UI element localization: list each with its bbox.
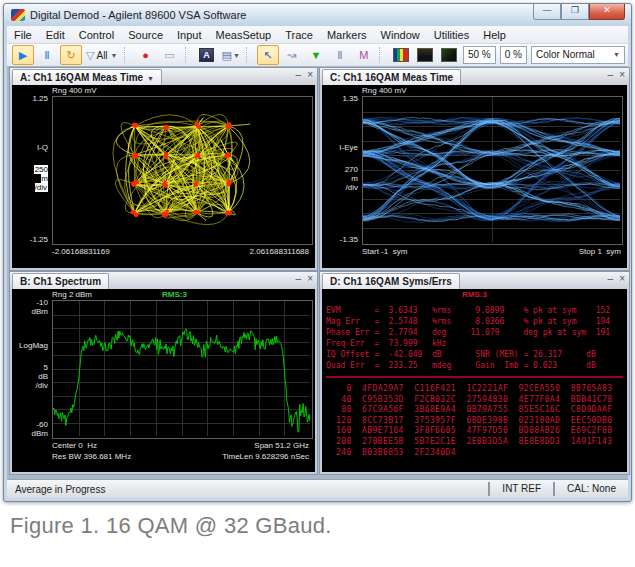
panel-c-content: Rng 400 mV 1.35 I-Eye 270 m /div -1.35 S… — [322, 85, 627, 268]
menu-item-control[interactable]: Control — [72, 28, 121, 42]
hex-row: 80 67C9A56F 3B68E9A4 0B79A755 85E5C16C C… — [336, 405, 625, 416]
symbol-hex-table: 0 4FDA29A7 C116F421 1C2221AF 92CEA550 8B… — [326, 384, 625, 458]
menu-item-window[interactable]: Window — [374, 28, 427, 42]
band-marker-icon[interactable]: Ⅱ — [329, 45, 351, 65]
panel-b-scale-label[interactable]: 5 dB /div — [12, 363, 48, 391]
restart-icon[interactable]: ↻ — [60, 45, 82, 65]
menu-item-help[interactable]: Help — [476, 28, 513, 42]
error-row: Freq Err = 73.999 kHz — [326, 338, 625, 349]
hex-row: 0 4FDA29A7 C116F421 1C2221AF 92CEA550 8B… — [336, 384, 625, 395]
panel-b-close-icon[interactable]: × — [307, 273, 313, 284]
pointer-icon[interactable]: ↖ — [257, 45, 279, 65]
panel-a-scale-label[interactable]: 250 m /div — [12, 165, 48, 193]
toolbar-separator — [379, 47, 386, 63]
status-cal-none: CAL: None — [553, 482, 628, 496]
status-bar: Average in Progress INT REFCAL: None — [7, 479, 628, 498]
offset-marker-icon[interactable]: ↝ — [281, 45, 303, 65]
panel-a-minimize-icon[interactable]: – — [296, 69, 302, 80]
status-message: Average in Progress — [7, 484, 488, 495]
menu-item-edit[interactable]: Edit — [39, 28, 72, 42]
average-percent-field[interactable]: 50 % — [463, 46, 496, 64]
panel-c-tab[interactable]: C: Ch1 16QAM Meas Time — [322, 69, 461, 85]
error-row: Quad Err = 233.25 mdeg Gain Imb = 0.023 … — [326, 360, 625, 371]
toolbar-separator — [246, 47, 253, 63]
panel-c-ymin: -1.35 — [322, 235, 358, 244]
panel-b-ymax: -10 dBm — [12, 298, 48, 316]
trace-data-icon[interactable]: A — [196, 45, 218, 65]
measurement-filter-dropdown[interactable]: ▽All▼ — [84, 45, 120, 65]
trace-image-1-icon[interactable] — [414, 45, 436, 65]
trace-image-2-icon[interactable] — [438, 45, 460, 65]
menu-bar: FileEditControlSourceInputMeasSetupTrace… — [7, 26, 628, 44]
panel-d-tab[interactable]: D: Ch1 16QAM Syms/Errs — [322, 273, 460, 289]
hex-row: 200 270BEE5B 5B7E2C1E 2E0B3D5A 8E8E8DD3 … — [336, 437, 625, 448]
marker-coupling-icon[interactable]: M — [353, 45, 375, 65]
hex-row: 240 B03B6853 2F2340D4 — [336, 448, 625, 459]
spectrogram-icon[interactable] — [390, 45, 412, 65]
menu-item-source[interactable]: Source — [121, 28, 170, 42]
panel-a-header: A: Ch1 16QAM Meas Time ▼ –× — [10, 68, 317, 85]
panel-c-close-icon[interactable]: × — [619, 69, 625, 80]
menu-item-markers[interactable]: Markers — [320, 28, 374, 42]
menu-item-trace[interactable]: Trace — [278, 28, 320, 42]
panel-d-close-icon[interactable]: × — [619, 273, 625, 284]
error-row: Phase Err = 2.7794 deg 11.079 deg pk at … — [326, 327, 625, 338]
hex-row: 40 C95B353D F2CB032C 27594830 4E77F0A4 B… — [336, 395, 625, 406]
panel-b-center-label: Center 0 Hz — [52, 441, 97, 450]
display-capture-icon[interactable]: ▭ — [159, 45, 181, 65]
panel-a-dropdown-icon[interactable]: ▼ — [147, 75, 154, 82]
panel-a-trace-label: I-Q — [12, 143, 48, 152]
panel-a-xmax: 2.061688311688 — [250, 247, 309, 256]
panel-d: D: Ch1 16QAM Syms/Errs –× RMS:3 EVM = 3.… — [319, 271, 630, 475]
panel-c-ymax: 1.35 — [322, 94, 358, 103]
toolbar-separator — [124, 47, 131, 63]
panel-b-trace-label: LogMag — [12, 341, 48, 350]
table-divider — [326, 376, 623, 378]
trace-layout-icon[interactable]: ▤▼ — [220, 45, 242, 65]
client-area: A: Ch1 16QAM Meas Time ▼ –× Rng 400 mV 1… — [7, 66, 628, 480]
window-title: Digital Demod - Agilent 89600 VSA Softwa… — [30, 9, 246, 21]
panel-b-header: B: Ch1 Spectrum –× — [10, 272, 317, 289]
error-summary-block: EVM = 3.6343 %rms 9.0899 % pk at sym 152… — [326, 305, 625, 371]
panel-d-minimize-icon[interactable]: – — [608, 273, 614, 284]
panel-c-scale-label[interactable]: 270 m /div — [322, 165, 358, 193]
peak-marker-icon[interactable]: ▼ — [305, 45, 327, 65]
close-button[interactable]: ✕ — [589, 4, 625, 20]
panel-a-close-icon[interactable]: × — [307, 69, 313, 80]
menu-item-utilities[interactable]: Utilities — [427, 28, 476, 42]
spectrum-plot[interactable] — [52, 300, 313, 439]
constellation-plot[interactable] — [52, 96, 313, 245]
syms-errs-table: EVM = 3.6343 %rms 9.0899 % pk at sym 152… — [326, 305, 625, 458]
play-icon[interactable]: ▶ — [12, 45, 34, 65]
panel-b-tab[interactable]: B: Ch1 Spectrum — [12, 273, 109, 289]
overlap-percent-field[interactable]: 0 % — [500, 46, 527, 64]
panel-b-content: Rng 2 dBm RMS:3 -10 dBm LogMag 5 dB /div… — [12, 289, 315, 472]
panel-c-minimize-icon[interactable]: – — [608, 69, 614, 80]
panel-a-content: Rng 400 mV 1.25 I-Q 250 m /div -1.25 -2.… — [12, 85, 315, 268]
panel-c-header: C: Ch1 16QAM Meas Time –× — [320, 68, 629, 85]
panel-a-tab[interactable]: A: Ch1 16QAM Meas Time ▼ — [12, 69, 162, 85]
color-mode-select[interactable]: Color Normal▼ — [531, 46, 625, 64]
menu-item-file[interactable]: File — [7, 28, 39, 42]
chevron-down-icon: ▼ — [613, 47, 620, 63]
panel-a-xmin: -2.06168831169 — [52, 247, 110, 256]
panel-b-timelen-label: TimeLen 9.628296 nSec — [222, 452, 309, 461]
menu-item-input[interactable]: Input — [170, 28, 208, 42]
panel-b-minimize-icon[interactable]: – — [296, 273, 302, 284]
minimize-button[interactable]: — — [533, 4, 561, 20]
pause-icon[interactable]: Ⅱ — [36, 45, 58, 65]
panel-c-trace-label: I-Eye — [322, 143, 358, 152]
toolbar: ▶Ⅱ↻▽All▼●▭A▤▼↖↝▼ⅡM50 %0 %Color Normal▼ — [7, 44, 628, 67]
panel-b-rms-label: RMS:3 — [162, 290, 187, 299]
toolbar-separator — [185, 47, 192, 63]
record-icon[interactable]: ● — [135, 45, 157, 65]
panel-d-content: RMS:3 EVM = 3.6343 %rms 9.0899 % pk at s… — [322, 289, 627, 472]
title-bar[interactable]: Digital Demod - Agilent 89600 VSA Softwa… — [4, 4, 631, 26]
maximize-button[interactable]: ❐ — [561, 4, 589, 20]
menu-item-meassetup[interactable]: MeasSetup — [209, 28, 279, 42]
eye-diagram-plot[interactable] — [362, 96, 623, 245]
status-indicators: INT REFCAL: None — [488, 482, 628, 496]
panel-c: C: Ch1 16QAM Meas Time –× Rng 400 mV 1.3… — [319, 67, 630, 271]
panel-b: B: Ch1 Spectrum –× Rng 2 dBm RMS:3 -10 d… — [9, 271, 318, 475]
window-body: FileEditControlSourceInputMeasSetupTrace… — [7, 26, 628, 498]
